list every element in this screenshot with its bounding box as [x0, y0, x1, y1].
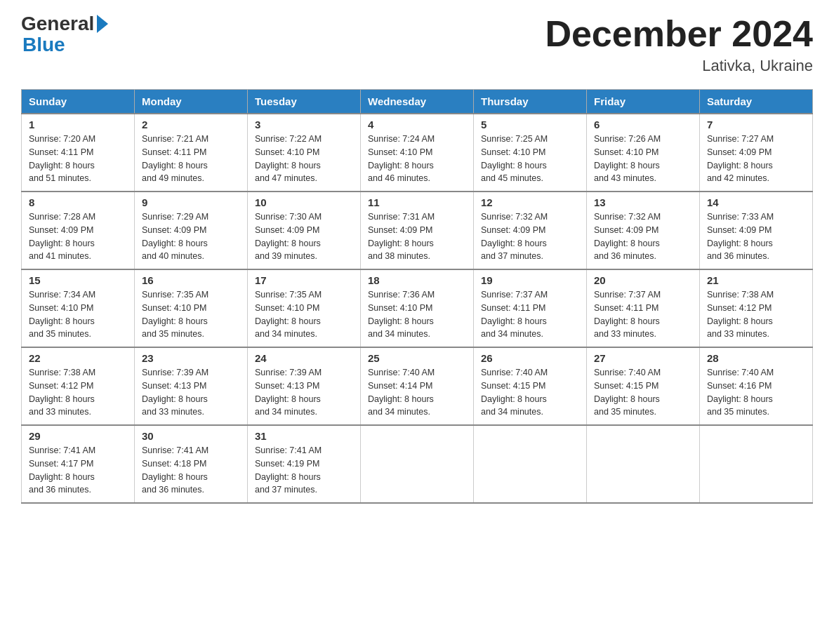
calendar-day-cell: 30 Sunrise: 7:41 AMSunset: 4:18 PMDaylig…: [135, 425, 248, 503]
day-info: Sunrise: 7:40 AMSunset: 4:15 PMDaylight:…: [481, 366, 579, 419]
day-info: Sunrise: 7:40 AMSunset: 4:16 PMDaylight:…: [707, 366, 805, 419]
weekday-header: Tuesday: [248, 90, 361, 114]
calendar-day-cell: 21 Sunrise: 7:38 AMSunset: 4:12 PMDaylig…: [700, 269, 813, 347]
day-info: Sunrise: 7:41 AMSunset: 4:19 PMDaylight:…: [255, 444, 353, 497]
calendar-day-cell: 25 Sunrise: 7:40 AMSunset: 4:14 PMDaylig…: [361, 347, 474, 425]
calendar-day-cell: 5 Sunrise: 7:25 AMSunset: 4:10 PMDayligh…: [474, 114, 587, 192]
day-info: Sunrise: 7:40 AMSunset: 4:15 PMDaylight:…: [594, 366, 692, 419]
calendar-day-cell: 24 Sunrise: 7:39 AMSunset: 4:13 PMDaylig…: [248, 347, 361, 425]
day-info: Sunrise: 7:40 AMSunset: 4:14 PMDaylight:…: [368, 366, 466, 419]
day-info: Sunrise: 7:39 AMSunset: 4:13 PMDaylight:…: [255, 366, 353, 419]
day-number: 30: [142, 430, 240, 442]
month-title: December 2024: [545, 14, 813, 54]
page-header: General Blue December 2024 Lativka, Ukra…: [21, 14, 813, 75]
day-number: 31: [255, 430, 353, 442]
day-number: 8: [29, 196, 127, 208]
day-info: Sunrise: 7:38 AMSunset: 4:12 PMDaylight:…: [707, 288, 805, 341]
weekday-header: Sunday: [22, 90, 135, 114]
calendar-day-cell: 7 Sunrise: 7:27 AMSunset: 4:09 PMDayligh…: [700, 114, 813, 192]
day-info: Sunrise: 7:25 AMSunset: 4:10 PMDaylight:…: [481, 133, 579, 185]
calendar-day-cell: 2 Sunrise: 7:21 AMSunset: 4:11 PMDayligh…: [135, 114, 248, 192]
calendar-day-cell: 16 Sunrise: 7:35 AMSunset: 4:10 PMDaylig…: [135, 269, 248, 347]
calendar-day-cell: 13 Sunrise: 7:32 AMSunset: 4:09 PMDaylig…: [587, 192, 700, 269]
title-section: December 2024 Lativka, Ukraine: [545, 14, 813, 75]
day-number: 27: [594, 352, 692, 364]
day-number: 1: [29, 119, 127, 130]
calendar-day-cell: 11 Sunrise: 7:31 AMSunset: 4:09 PMDaylig…: [361, 192, 474, 269]
day-number: 14: [707, 196, 805, 208]
calendar-day-cell: 23 Sunrise: 7:39 AMSunset: 4:13 PMDaylig…: [135, 347, 248, 425]
calendar-day-cell: 29 Sunrise: 7:41 AMSunset: 4:17 PMDaylig…: [22, 425, 135, 503]
day-info: Sunrise: 7:35 AMSunset: 4:10 PMDaylight:…: [255, 288, 353, 341]
calendar-day-cell: [474, 425, 587, 503]
calendar-day-cell: 19 Sunrise: 7:37 AMSunset: 4:11 PMDaylig…: [474, 269, 587, 347]
day-number: 28: [707, 352, 805, 364]
calendar-week-row: 29 Sunrise: 7:41 AMSunset: 4:17 PMDaylig…: [22, 425, 813, 503]
calendar-day-cell: 27 Sunrise: 7:40 AMSunset: 4:15 PMDaylig…: [587, 347, 700, 425]
logo-general-text: General: [21, 14, 94, 34]
day-number: 13: [594, 196, 692, 208]
day-info: Sunrise: 7:33 AMSunset: 4:09 PMDaylight:…: [707, 210, 805, 263]
calendar-day-cell: 8 Sunrise: 7:28 AMSunset: 4:09 PMDayligh…: [22, 192, 135, 269]
day-info: Sunrise: 7:41 AMSunset: 4:18 PMDaylight:…: [142, 444, 240, 497]
day-number: 2: [142, 119, 240, 130]
logo-arrow-icon: [97, 15, 108, 33]
calendar-day-cell: 15 Sunrise: 7:34 AMSunset: 4:10 PMDaylig…: [22, 269, 135, 347]
day-info: Sunrise: 7:37 AMSunset: 4:11 PMDaylight:…: [594, 288, 692, 341]
calendar-week-row: 15 Sunrise: 7:34 AMSunset: 4:10 PMDaylig…: [22, 269, 813, 347]
day-number: 29: [29, 430, 127, 442]
calendar-day-cell: 14 Sunrise: 7:33 AMSunset: 4:09 PMDaylig…: [700, 192, 813, 269]
day-number: 11: [368, 196, 466, 208]
calendar-day-cell: 3 Sunrise: 7:22 AMSunset: 4:10 PMDayligh…: [248, 114, 361, 192]
weekday-header: Thursday: [474, 90, 587, 114]
day-info: Sunrise: 7:26 AMSunset: 4:10 PMDaylight:…: [594, 133, 692, 185]
calendar-week-row: 1 Sunrise: 7:20 AMSunset: 4:11 PMDayligh…: [22, 114, 813, 192]
weekday-header: Friday: [587, 90, 700, 114]
day-number: 10: [255, 196, 353, 208]
calendar-day-cell: 4 Sunrise: 7:24 AMSunset: 4:10 PMDayligh…: [361, 114, 474, 192]
day-number: 17: [255, 274, 353, 286]
calendar-day-cell: 17 Sunrise: 7:35 AMSunset: 4:10 PMDaylig…: [248, 269, 361, 347]
calendar-table: SundayMondayTuesdayWednesdayThursdayFrid…: [21, 89, 813, 504]
day-number: 3: [255, 119, 353, 130]
day-number: 22: [29, 352, 127, 364]
calendar-day-cell: 1 Sunrise: 7:20 AMSunset: 4:11 PMDayligh…: [22, 114, 135, 192]
calendar-day-cell: 22 Sunrise: 7:38 AMSunset: 4:12 PMDaylig…: [22, 347, 135, 425]
day-info: Sunrise: 7:37 AMSunset: 4:11 PMDaylight:…: [481, 288, 579, 341]
day-number: 16: [142, 274, 240, 286]
day-info: Sunrise: 7:32 AMSunset: 4:09 PMDaylight:…: [594, 210, 692, 263]
day-info: Sunrise: 7:32 AMSunset: 4:09 PMDaylight:…: [481, 210, 579, 263]
calendar-day-cell: 20 Sunrise: 7:37 AMSunset: 4:11 PMDaylig…: [587, 269, 700, 347]
day-number: 12: [481, 196, 579, 208]
day-number: 26: [481, 352, 579, 364]
logo: General Blue: [21, 14, 108, 56]
calendar-day-cell: 10 Sunrise: 7:30 AMSunset: 4:09 PMDaylig…: [248, 192, 361, 269]
calendar-day-cell: 28 Sunrise: 7:40 AMSunset: 4:16 PMDaylig…: [700, 347, 813, 425]
day-number: 25: [368, 352, 466, 364]
day-number: 21: [707, 274, 805, 286]
day-info: Sunrise: 7:36 AMSunset: 4:10 PMDaylight:…: [368, 288, 466, 341]
calendar-day-cell: 6 Sunrise: 7:26 AMSunset: 4:10 PMDayligh…: [587, 114, 700, 192]
day-info: Sunrise: 7:35 AMSunset: 4:10 PMDaylight:…: [142, 288, 240, 341]
day-info: Sunrise: 7:31 AMSunset: 4:09 PMDaylight:…: [368, 210, 466, 263]
day-number: 24: [255, 352, 353, 364]
calendar-day-cell: [587, 425, 700, 503]
weekday-header: Saturday: [700, 90, 813, 114]
weekday-header: Monday: [135, 90, 248, 114]
calendar-day-cell: 31 Sunrise: 7:41 AMSunset: 4:19 PMDaylig…: [248, 425, 361, 503]
calendar-day-cell: 12 Sunrise: 7:32 AMSunset: 4:09 PMDaylig…: [474, 192, 587, 269]
day-number: 9: [142, 196, 240, 208]
day-info: Sunrise: 7:27 AMSunset: 4:09 PMDaylight:…: [707, 133, 805, 185]
weekday-header-row: SundayMondayTuesdayWednesdayThursdayFrid…: [22, 90, 813, 114]
calendar-day-cell: 18 Sunrise: 7:36 AMSunset: 4:10 PMDaylig…: [361, 269, 474, 347]
day-info: Sunrise: 7:39 AMSunset: 4:13 PMDaylight:…: [142, 366, 240, 419]
day-info: Sunrise: 7:24 AMSunset: 4:10 PMDaylight:…: [368, 133, 466, 185]
day-info: Sunrise: 7:41 AMSunset: 4:17 PMDaylight:…: [29, 444, 127, 497]
logo-blue-text: Blue: [21, 34, 65, 56]
day-number: 5: [481, 119, 579, 130]
day-info: Sunrise: 7:20 AMSunset: 4:11 PMDaylight:…: [29, 133, 127, 185]
day-info: Sunrise: 7:29 AMSunset: 4:09 PMDaylight:…: [142, 210, 240, 263]
calendar-day-cell: [700, 425, 813, 503]
calendar-day-cell: 9 Sunrise: 7:29 AMSunset: 4:09 PMDayligh…: [135, 192, 248, 269]
day-number: 23: [142, 352, 240, 364]
